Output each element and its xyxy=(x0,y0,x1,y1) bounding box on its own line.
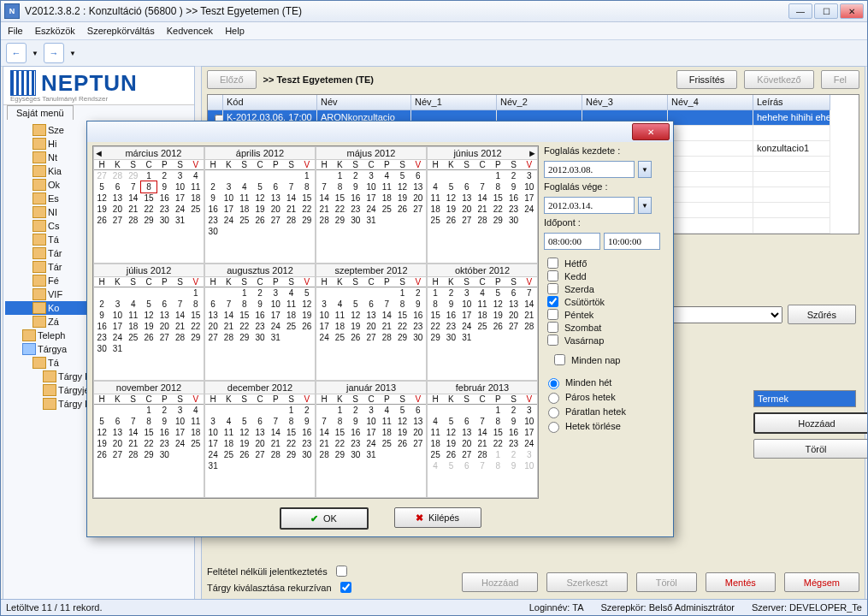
col-header[interactable]: Név_1 xyxy=(411,95,497,110)
exit-button[interactable]: ✖ Kilépés xyxy=(394,507,481,528)
status-left: Letöltve 11 / 11 rekord. xyxy=(6,602,103,613)
day-check-2[interactable] xyxy=(547,283,558,294)
refresh-button[interactable]: Frissítés xyxy=(676,70,738,89)
week-radio-1[interactable] xyxy=(548,393,559,404)
prev-button[interactable]: Előző xyxy=(207,70,257,89)
folder-icon xyxy=(32,357,46,369)
check1-label: Feltétel nélküli jelentkeztetés xyxy=(207,566,328,577)
x-icon: ✖ xyxy=(416,512,423,524)
check-icon: ✔ xyxy=(310,513,318,524)
mégsem-button[interactable]: Mégsem xyxy=(784,572,859,592)
check2[interactable] xyxy=(340,582,351,593)
folder-icon xyxy=(32,261,46,273)
folder-icon xyxy=(32,275,46,287)
menu-eszközök[interactable]: Eszközök xyxy=(35,26,75,36)
hozzáad-button[interactable]: Hozzáad xyxy=(462,572,538,592)
folder-icon xyxy=(32,151,46,163)
start-label: Foglalás kezdete : xyxy=(544,145,668,156)
logo-sub: Egységes Tanulmányi Rendszer xyxy=(10,96,187,103)
minimize-button[interactable]: — xyxy=(788,3,812,19)
folder-icon xyxy=(32,302,46,314)
day-check-3[interactable] xyxy=(547,296,558,307)
day-check-5[interactable] xyxy=(547,322,558,333)
check1[interactable] xyxy=(336,566,347,577)
logo: NEPTUN Egységes Tanulmányi Rendszer xyxy=(3,67,194,105)
folder-icon xyxy=(32,179,46,191)
dropdown-icon[interactable]: ▼ xyxy=(638,197,652,214)
everyday-check[interactable] xyxy=(554,354,565,365)
col-header[interactable]: Leírás xyxy=(753,95,830,110)
time-label: Időpont : xyxy=(544,217,668,228)
col-header[interactable]: Név_4 xyxy=(668,95,753,110)
status-role: Szerepkör: Belső Adminisztrátor xyxy=(600,602,735,613)
add-button[interactable]: Hozzáad xyxy=(753,412,868,434)
folder-icon xyxy=(32,165,46,177)
folder-icon xyxy=(32,288,46,300)
dropdown-icon[interactable]: ▼ xyxy=(638,161,652,178)
logo-text: NEPTUN xyxy=(41,72,138,94)
menu-szerepkörváltás[interactable]: Szerepkörváltás xyxy=(87,26,155,36)
forward-button[interactable]: → xyxy=(44,43,64,63)
calendar-grid[interactable]: ◄március 2012HKSCPSV27282912345678910111… xyxy=(92,145,539,499)
day-label: Vasárnap xyxy=(564,335,604,346)
menu-file[interactable]: File xyxy=(8,26,23,36)
folder-icon xyxy=(32,206,46,218)
filter-button[interactable]: Szűrés xyxy=(788,305,856,324)
start-date-input[interactable] xyxy=(544,161,635,178)
ok-button[interactable]: ✔ OK xyxy=(280,507,369,530)
folder-icon xyxy=(32,247,46,259)
folder-icon xyxy=(32,192,46,204)
dialog-close-button[interactable]: ✕ xyxy=(632,123,670,140)
day-label: Péntek xyxy=(564,310,593,320)
folder-icon xyxy=(32,220,46,232)
menu-kedvencek[interactable]: Kedvencek xyxy=(167,26,213,36)
folder-icon xyxy=(32,316,46,328)
status-login: Loginnév: TA xyxy=(529,602,584,613)
next-button[interactable]: Következő xyxy=(744,70,813,89)
delete-button[interactable]: Töröl xyxy=(753,439,868,459)
day-label: Szerda xyxy=(564,284,594,294)
end-date-input[interactable] xyxy=(544,197,635,214)
calendar-dialog: ✕ ◄március 2012HKSCPSV272829123456789101… xyxy=(86,121,674,537)
day-check-4[interactable] xyxy=(547,309,558,320)
folder-icon xyxy=(22,343,36,355)
back-button[interactable]: ← xyxy=(6,43,27,63)
folder-icon xyxy=(22,329,36,341)
menu-help[interactable]: Help xyxy=(225,26,245,36)
col-header[interactable]: Név xyxy=(317,95,411,110)
end-label: Foglalás vége : xyxy=(544,181,668,192)
day-check-1[interactable] xyxy=(547,270,558,281)
close-button[interactable]: ✕ xyxy=(840,3,864,19)
app-icon: N xyxy=(4,3,20,19)
up-button[interactable]: Fel xyxy=(821,70,859,89)
time-to-input[interactable] xyxy=(604,233,660,250)
day-check-6[interactable] xyxy=(547,335,558,346)
folder-icon xyxy=(32,234,46,246)
folder-icon xyxy=(32,138,46,150)
szerkeszt-button[interactable]: Szerkeszt xyxy=(546,572,627,592)
week-radio-2[interactable] xyxy=(548,407,559,418)
folder-icon xyxy=(43,384,56,396)
titlebar: N V2012.3.8.2 : Konzultáció (56800 ) >> … xyxy=(1,1,867,22)
sajat-menu-tab[interactable]: Saját menü xyxy=(7,105,74,120)
col-header[interactable]: Név_3 xyxy=(582,95,668,110)
week-radio-3[interactable] xyxy=(548,422,559,433)
maximize-button[interactable]: ☐ xyxy=(814,3,838,19)
panel-heading: >> Teszt Egyetemen (TE) xyxy=(263,74,670,85)
mentés-button[interactable]: Mentés xyxy=(706,572,776,592)
menubar: FileEszközökSzerepkörváltásKedvencekHelp xyxy=(1,22,867,40)
statusbar: Letöltve 11 / 11 rekord. Loginnév: TA Sz… xyxy=(1,599,867,615)
day-label: Szombat xyxy=(564,323,601,333)
filter-select[interactable] xyxy=(671,306,782,323)
time-from-input[interactable] xyxy=(544,233,600,250)
window-title: V2012.3.8.2 : Konzultáció (56800 ) >> Te… xyxy=(25,5,788,17)
folder-icon xyxy=(43,370,56,382)
col-header[interactable]: Név_2 xyxy=(497,95,582,110)
col-header[interactable]: Kód xyxy=(223,95,317,110)
day-label: Hétfő xyxy=(564,258,587,269)
day-check-0[interactable] xyxy=(547,258,558,269)
check2-label: Tárgy kiválasztása rekurzívan xyxy=(207,583,332,593)
col-header[interactable] xyxy=(208,95,223,110)
töröl-button[interactable]: Töröl xyxy=(636,572,697,592)
week-radio-0[interactable] xyxy=(548,378,559,389)
